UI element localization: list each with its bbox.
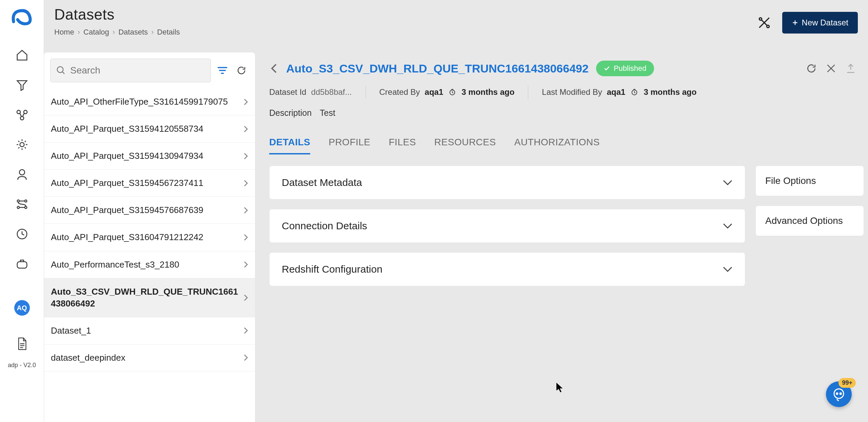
new-dataset-button[interactable]: New Dataset	[782, 12, 858, 34]
chevron-down-icon	[723, 179, 733, 186]
dataset-list-item-label: Auto_API_Parquet_S31594120558734	[51, 123, 240, 135]
top-bar: Datasets Home › Catalog › Datasets › Det…	[44, 0, 868, 51]
dataset-list-item[interactable]: Auto_API_OtherFileType_S31614599179075	[44, 88, 255, 115]
dataset-list-item[interactable]: Auto_S3_CSV_DWH_RLD_QUE_TRUNC16614380664…	[44, 278, 255, 317]
chevron-down-icon	[723, 266, 733, 273]
modified-by-label: Last Modified By	[542, 87, 602, 97]
breadcrumb-item[interactable]: Home	[54, 28, 74, 37]
clock-icon	[448, 88, 457, 97]
tools-detail-icon[interactable]	[825, 62, 837, 75]
svg-point-13	[57, 67, 63, 73]
version-label: adp - V2.0	[8, 362, 36, 369]
dataset-list-item-label: Auto_API_Parquet_S31594130947934	[51, 150, 240, 162]
svg-rect-10	[17, 262, 27, 268]
side-card-file-options[interactable]: File Options	[755, 166, 864, 196]
chevron-right-icon	[243, 180, 248, 187]
tab-profile[interactable]: PROFILE	[329, 137, 370, 154]
export-icon[interactable]	[844, 62, 857, 75]
back-button[interactable]	[269, 64, 279, 73]
chevron-right-icon: ›	[113, 28, 115, 37]
tab-details[interactable]: DETAILS	[269, 137, 310, 154]
dataset-list-item[interactable]: dataset_deepindex	[44, 344, 255, 372]
chevron-right-icon	[243, 234, 248, 241]
dataset-list-item[interactable]: Auto_API_Parquet_S31604791212242	[44, 224, 255, 251]
separator	[528, 86, 528, 99]
chevron-down-icon	[723, 223, 733, 229]
briefcase-icon[interactable]	[14, 256, 30, 272]
breadcrumb-item: Details	[157, 28, 180, 37]
chat-badge: 99+	[839, 378, 856, 388]
description-label: Description	[269, 108, 312, 118]
svg-point-12	[767, 25, 769, 27]
dataset-id-value: dd5b8baf...	[311, 87, 352, 97]
dataset-list-item[interactable]: Auto_API_Parquet_S31594567237411	[44, 170, 255, 197]
svg-point-4	[19, 170, 25, 175]
accordion-dataset-metadata[interactable]: Dataset Metadata	[269, 166, 745, 199]
app-logo	[9, 7, 35, 27]
svg-point-5	[17, 200, 19, 202]
status-text: Published	[614, 64, 647, 73]
content-area: Auto_S3_CSV_DWH_RLD_QUE_TRUNC16614380664…	[261, 52, 868, 422]
document-icon[interactable]	[14, 336, 30, 352]
created-by-label: Created By	[379, 87, 420, 97]
dataset-list-item-label: Auto_API_Parquet_S31604791212242	[51, 231, 240, 243]
dataset-list-item[interactable]: Auto_API_Parquet_S31594130947934	[44, 143, 255, 170]
dataset-list-item[interactable]: Auto_API_Parquet_S31594576687639	[44, 197, 255, 224]
clock-nav-icon[interactable]	[14, 226, 30, 242]
filter-icon[interactable]	[215, 63, 230, 78]
breadcrumb: Home › Catalog › Datasets › Details	[54, 28, 858, 37]
dataset-list-item[interactable]: Dataset_1	[44, 317, 255, 344]
funnel-icon[interactable]	[14, 77, 30, 93]
svg-point-8	[24, 206, 26, 208]
gear-icon[interactable]	[14, 137, 30, 152]
page-title: Datasets	[54, 6, 858, 23]
accordion-label: Dataset Metadata	[282, 177, 362, 188]
chevron-right-icon	[243, 261, 248, 268]
svg-point-18	[840, 393, 841, 394]
nav-items: AQ	[14, 47, 30, 316]
chevron-right-icon: ›	[78, 28, 80, 37]
home-icon[interactable]	[14, 47, 30, 63]
chevron-right-icon	[243, 327, 248, 334]
svg-point-3	[20, 143, 24, 147]
breadcrumb-item[interactable]: Catalog	[83, 28, 109, 37]
chevron-right-icon	[243, 207, 248, 214]
separator	[366, 86, 366, 99]
refresh-detail-icon[interactable]	[805, 62, 818, 75]
user-icon[interactable]	[14, 167, 30, 182]
dataset-list-item[interactable]: Auto_PerformanceTest_s3_2180	[44, 251, 255, 278]
dataset-title: Auto_S3_CSV_DWH_RLD_QUE_TRUNC16614380664…	[286, 62, 589, 75]
clock-icon	[630, 88, 639, 97]
chat-fab[interactable]: 99+	[826, 381, 852, 407]
side-card-advanced-options[interactable]: Advanced Options	[755, 206, 864, 236]
modified-by-user: aqa1	[607, 87, 626, 97]
tab-authorizations[interactable]: AUTHORIZATIONS	[514, 137, 600, 154]
search-input[interactable]	[70, 65, 205, 76]
tools-icon[interactable]	[756, 14, 773, 31]
accordions: Dataset MetadataConnection DetailsRedshi…	[269, 166, 745, 286]
dataset-list-panel: Auto_API_OtherFileType_S31614599179075Au…	[44, 52, 255, 422]
created-by-time: 3 months ago	[461, 87, 514, 97]
dataset-list-item-label: Auto_PerformanceTest_s3_2180	[51, 259, 240, 271]
tab-resources[interactable]: RESOURCES	[434, 137, 496, 154]
svg-point-16	[834, 389, 844, 398]
dataset-list: Auto_API_OtherFileType_S31614599179075Au…	[44, 88, 255, 422]
dataset-list-item[interactable]: Auto_API_Parquet_S31594120558734	[44, 115, 255, 143]
accordion-redshift-configuration[interactable]: Redshift Configuration	[269, 252, 745, 286]
refresh-icon[interactable]	[234, 63, 249, 78]
breadcrumb-item[interactable]: Datasets	[118, 28, 148, 37]
tab-files[interactable]: FILES	[389, 137, 416, 154]
dataset-list-item-label: Auto_API_OtherFileType_S31614599179075	[51, 96, 240, 108]
side-cards: File OptionsAdvanced Options	[755, 166, 864, 236]
search-icon	[56, 65, 66, 76]
accordion-label: Connection Details	[282, 220, 367, 232]
created-by-group: Created By aqa1 3 months ago	[379, 87, 515, 97]
dataset-list-item-label: Auto_API_Parquet_S31594576687639	[51, 204, 240, 216]
nodes-icon[interactable]	[14, 107, 30, 123]
search-box[interactable]	[50, 59, 211, 82]
flow-icon[interactable]	[14, 196, 30, 212]
chevron-right-icon	[243, 98, 248, 106]
dataset-list-item-label: dataset_deepindex	[51, 352, 240, 364]
avatar[interactable]: AQ	[14, 300, 30, 316]
accordion-connection-details[interactable]: Connection Details	[269, 209, 745, 243]
